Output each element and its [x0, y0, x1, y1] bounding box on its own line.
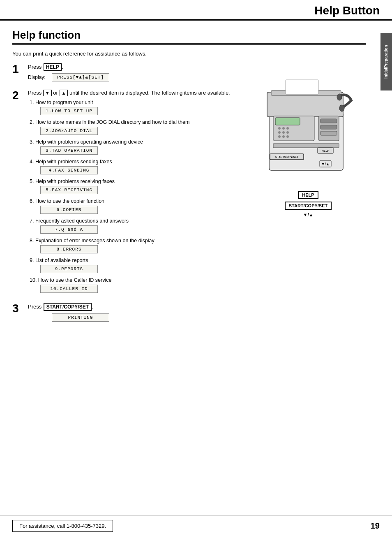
- item-code-box: 1.HOW TO SET UP: [40, 107, 98, 115]
- item-description: 3. Help with problems operating answerin…: [28, 139, 242, 145]
- item-description: 4. Help with problems sending faxes: [28, 159, 242, 165]
- button-labels: HELP START/COPY/SET ▼/▲: [285, 191, 332, 217]
- left-column: 1 Press HELP. Display: PRESS[▼▲]&[SET] 2: [12, 63, 242, 330]
- help-button-label: HELP: [298, 191, 318, 199]
- list-item: 1. How to program your unit1.HOW TO SET …: [28, 100, 242, 115]
- item-code-box: 9.REPORTS: [40, 265, 98, 273]
- item-code-box: 10.CALLER ID: [40, 285, 98, 293]
- page-header: Help Button: [0, 0, 392, 21]
- section-title: Help function: [12, 29, 366, 45]
- item-code-box: 2.JOG/AUTO DIAL: [40, 127, 98, 135]
- item-description: 6. How to use the copier function: [28, 198, 242, 204]
- start-copy-set-key[interactable]: START/COPY/SET: [44, 303, 92, 311]
- item-description: 8. Explanation of error messages shown o…: [28, 238, 242, 244]
- step-3-number: 3: [12, 303, 24, 314]
- svg-point-6: [282, 127, 285, 130]
- list-item: 6. How to use the copier function6.COPIE…: [28, 198, 242, 214]
- list-item: 8. Explanation of error messages shown o…: [28, 238, 242, 253]
- item-description: 10. How to use the Caller ID service: [28, 277, 242, 283]
- list-item: 10. How to use the Caller ID service10.C…: [28, 277, 242, 293]
- content-area: 1 Press HELP. Display: PRESS[▼▲]&[SET] 2: [12, 63, 366, 330]
- svg-point-13: [286, 135, 289, 138]
- step-1-content: Press HELP. Display: PRESS[▼▲]&[SET]: [28, 63, 242, 84]
- svg-point-9: [282, 131, 285, 134]
- step-1-display-box: PRESS[▼▲]&[SET]: [52, 73, 109, 81]
- item-description: 5. Help with problems receiving faxes: [28, 179, 242, 184]
- item-code-box: 5.FAX RECEIVING: [40, 186, 98, 194]
- main-content: Help function You can print a quick refe…: [0, 21, 378, 338]
- item-code-box: 3.TAD OPERATION: [40, 146, 98, 155]
- help-key[interactable]: HELP: [44, 63, 62, 71]
- svg-rect-1: [267, 92, 343, 117]
- right-column: HELP START/COPY/SET ▼/▲ HELP START/COPY/…: [251, 63, 366, 330]
- step-3-display-label: [28, 315, 48, 320]
- start-copy-set-button-label: START/COPY/SET: [285, 202, 332, 210]
- intro-text: You can print a quick reference for assi…: [12, 51, 366, 57]
- svg-point-10: [286, 131, 289, 134]
- item-code-box: 7.Q and A: [40, 225, 98, 234]
- step-3: 3 Press START/COPY/SET. PRINTING: [12, 303, 242, 324]
- step-3-display-box: PRINTING: [52, 313, 109, 322]
- svg-rect-21: [286, 80, 318, 94]
- item-code-box: 6.COPIER: [40, 206, 98, 214]
- page-number: 19: [371, 521, 380, 531]
- svg-rect-15: [321, 119, 337, 123]
- down-key[interactable]: ▼: [43, 90, 52, 96]
- up-key[interactable]: ▲: [60, 90, 68, 96]
- svg-point-12: [282, 135, 285, 138]
- page-title: Help Button: [0, 4, 380, 17]
- display-label: Display:: [28, 74, 48, 80]
- svg-point-8: [278, 131, 281, 134]
- svg-point-19: [337, 94, 342, 100]
- svg-text:▼/▲: ▼/▲: [321, 162, 330, 166]
- list-item: 9. List of available reports9.REPORTS: [28, 258, 242, 273]
- step-3-display-row: PRINTING: [28, 313, 242, 322]
- step-3-text: Press START/COPY/SET.: [28, 303, 242, 311]
- svg-point-20: [339, 105, 344, 111]
- list-item: 2. How to store names in the JOG DIAL di…: [28, 119, 242, 135]
- step-2-text: Press ▼ or ▲ until the desired item is d…: [28, 90, 242, 96]
- svg-text:START/COPY/SET: START/COPY/SET: [275, 155, 298, 158]
- step-1-text: Press HELP.: [28, 63, 242, 71]
- item-description: 1. How to program your unit: [28, 100, 242, 105]
- svg-rect-16: [321, 125, 337, 129]
- step-2: 2 Press ▼ or ▲ until the desired item is…: [12, 90, 242, 297]
- item-description: 9. List of available reports: [28, 258, 242, 263]
- side-tab: Initial Preparation: [380, 33, 392, 90]
- step-2-number: 2: [12, 90, 24, 101]
- svg-point-7: [286, 127, 289, 130]
- list-item: 5. Help with problems receiving faxes5.F…: [28, 179, 242, 194]
- footer-assistance-text: For assistance, call 1-800-435-7329.: [12, 520, 113, 532]
- svg-point-11: [278, 135, 281, 138]
- svg-rect-18: [273, 144, 339, 148]
- step-3-content: Press START/COPY/SET. PRINTING: [28, 303, 242, 324]
- svg-text:HELP: HELP: [322, 149, 330, 152]
- fax-machine-illustration: HELP START/COPY/SET ▼/▲: [257, 72, 360, 187]
- step-1-display-row: Display: PRESS[▼▲]&[SET]: [28, 73, 242, 81]
- page-footer: For assistance, call 1-800-435-7329. 19: [0, 515, 392, 536]
- items-list: 1. How to program your unit1.HOW TO SET …: [28, 100, 242, 293]
- item-code-box: 4.FAX SENDING: [40, 166, 98, 174]
- svg-rect-4: [275, 118, 300, 125]
- item-description: 2. How to store names in the JOG DIAL di…: [28, 119, 242, 125]
- list-item: 7. Frequently asked questions and answer…: [28, 218, 242, 234]
- step-1-number: 1: [12, 63, 24, 75]
- item-description: 7. Frequently asked questions and answer…: [28, 218, 242, 224]
- svg-point-5: [278, 127, 281, 130]
- list-item: 4. Help with problems sending faxes4.FAX…: [28, 159, 242, 174]
- svg-rect-17: [321, 131, 337, 135]
- list-item: 3. Help with problems operating answerin…: [28, 139, 242, 155]
- item-code-box: 8.ERRORS: [40, 245, 98, 253]
- nav-button-label: ▼/▲: [303, 212, 314, 217]
- step-1: 1 Press HELP. Display: PRESS[▼▲]&[SET]: [12, 63, 242, 84]
- step-2-content: Press ▼ or ▲ until the desired item is d…: [28, 90, 242, 297]
